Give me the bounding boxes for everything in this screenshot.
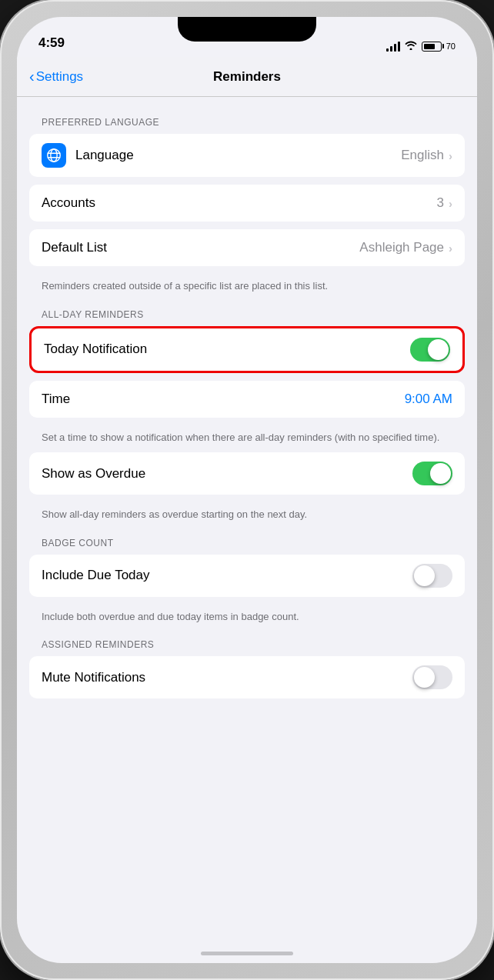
toggle-thumb-due [414, 565, 435, 586]
all-day-description: Set a time to show a notification when t… [17, 425, 477, 453]
globe-icon [45, 147, 62, 164]
accounts-label: Accounts [42, 195, 437, 211]
default-list-group: Default List Ashleigh Page › [29, 229, 465, 266]
status-time: 4:59 [38, 35, 65, 52]
today-notification-label: Today Notification [44, 342, 410, 357]
default-list-value: Ashleigh Page [359, 240, 444, 255]
default-list-description: Reminders created outside of a specific … [17, 274, 477, 302]
svg-point-0 [48, 149, 61, 162]
toggle-thumb-overdue [430, 463, 451, 484]
toggle-thumb-mute [414, 667, 435, 688]
battery-icon: 70 [422, 42, 456, 52]
mute-notifications-label: Mute Notifications [42, 670, 412, 685]
include-due-today-toggle[interactable] [412, 564, 452, 588]
include-due-today-label: Include Due Today [42, 568, 412, 583]
language-row[interactable]: Language English › [29, 134, 465, 177]
accounts-group: Accounts 3 › [29, 185, 465, 222]
today-notification-highlighted: Today Notification [29, 326, 465, 373]
assigned-reminders-group: Mute Notifications [29, 656, 465, 698]
accounts-chevron-icon: › [449, 197, 452, 210]
back-button[interactable]: ‹ Settings [29, 69, 83, 85]
show-overdue-group: Show as Overdue [29, 452, 465, 495]
accounts-value: 3 [437, 195, 444, 211]
language-icon-bg [42, 143, 66, 168]
home-indicator [201, 952, 293, 955]
status-icons: 70 [386, 40, 456, 52]
default-list-label: Default List [42, 240, 359, 255]
accounts-row[interactable]: Accounts 3 › [29, 185, 465, 222]
today-notification-row[interactable]: Today Notification [32, 328, 462, 371]
today-notification-toggle[interactable] [410, 338, 450, 362]
time-row[interactable]: Time 9:00 AM [29, 381, 465, 418]
show-overdue-label: Show as Overdue [42, 466, 412, 482]
language-value: English [401, 148, 444, 163]
mute-notifications-row[interactable]: Mute Notifications [29, 656, 465, 698]
show-overdue-description: Show all-day reminders as overdue starti… [17, 502, 477, 530]
language-chevron-icon: › [449, 149, 452, 162]
include-due-today-row[interactable]: Include Due Today [29, 555, 465, 597]
battery-level: 70 [446, 42, 456, 51]
mute-notifications-toggle[interactable] [412, 665, 452, 689]
badge-count-section-label: BADGE COUNT [17, 538, 477, 548]
signal-icon [386, 41, 400, 52]
back-chevron-icon: ‹ [29, 68, 35, 84]
time-group: Time 9:00 AM [29, 381, 465, 418]
language-label: Language [75, 148, 401, 163]
default-list-chevron-icon: › [449, 242, 452, 255]
navigation-bar: ‹ Settings Reminders [17, 57, 477, 97]
back-label: Settings [36, 69, 83, 85]
language-group: Language English › [29, 134, 465, 177]
badge-count-description: Include both overdue and due today items… [17, 605, 477, 632]
page-title: Reminders [213, 69, 281, 85]
show-overdue-row[interactable]: Show as Overdue [29, 452, 465, 495]
svg-point-1 [51, 149, 57, 162]
time-value: 9:00 AM [405, 392, 452, 407]
wifi-icon [405, 40, 417, 52]
all-day-reminders-section-label: ALL-DAY REMINDERS [17, 309, 477, 320]
default-list-row[interactable]: Default List Ashleigh Page › [29, 229, 465, 266]
phone-outer: 4:59 [0, 0, 494, 980]
notch [178, 17, 316, 42]
toggle-thumb [428, 339, 449, 360]
badge-count-group: Include Due Today [29, 555, 465, 597]
show-overdue-toggle[interactable] [412, 462, 452, 485]
assigned-reminders-section-label: ASSIGNED REMINDERS [17, 639, 477, 650]
phone-screen: 4:59 [17, 17, 477, 963]
preferred-language-section-label: PREFERRED LANGUAGE [17, 117, 477, 128]
time-label: Time [42, 392, 405, 407]
settings-content: PREFERRED LANGUAGE Language English › [17, 97, 477, 963]
